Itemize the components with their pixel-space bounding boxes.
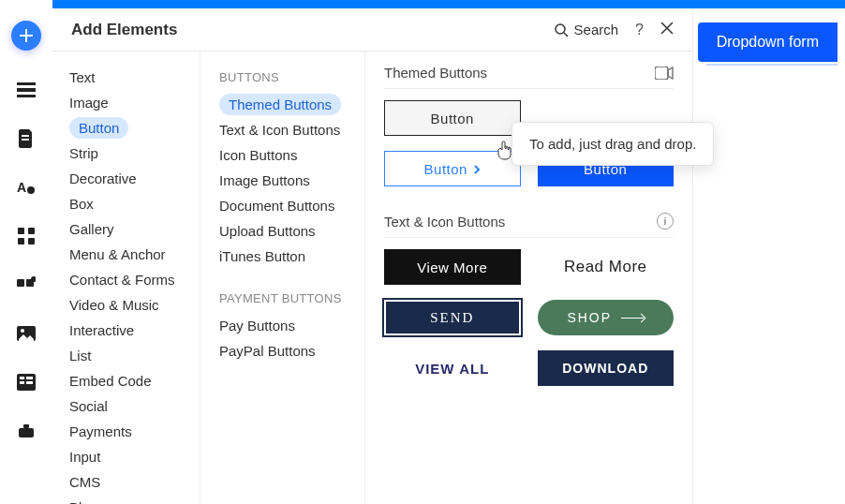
chevron-right-icon <box>473 161 481 177</box>
svg-line-24 <box>564 33 568 37</box>
svg-rect-19 <box>20 381 24 384</box>
demo-button-send[interactable]: SEND <box>384 300 521 335</box>
svg-rect-10 <box>28 238 35 245</box>
apps-icon[interactable] <box>17 227 36 245</box>
svg-rect-7 <box>18 228 24 234</box>
sub-icon-buttons[interactable]: Icon Buttons <box>219 142 364 168</box>
close-icon[interactable] <box>660 22 674 37</box>
cat-button[interactable]: Button <box>69 117 128 139</box>
svg-rect-2 <box>17 95 36 97</box>
search-label: Search <box>574 22 619 37</box>
cat-interactive[interactable]: Interactive <box>69 318 200 343</box>
demo-button-outline[interactable]: Button <box>384 100 521 136</box>
cat-contact-forms[interactable]: Contact & Forms <box>69 267 200 292</box>
svg-rect-8 <box>28 228 35 234</box>
cat-decorative[interactable]: Decorative <box>69 166 200 191</box>
right-separator <box>706 64 838 66</box>
help-icon[interactable]: ? <box>635 22 644 38</box>
svg-rect-18 <box>26 377 33 379</box>
svg-point-23 <box>556 24 565 34</box>
demo-button-shop-label: SHOP <box>567 310 612 325</box>
subhead-payment: PAYMENT BUTTONS <box>219 291 364 305</box>
cat-cms[interactable]: CMS <box>69 469 200 495</box>
arrow-right-icon <box>621 318 644 319</box>
svg-rect-25 <box>655 67 668 80</box>
cat-gallery[interactable]: Gallery <box>69 216 200 242</box>
sub-upload-buttons[interactable]: Upload Buttons <box>219 218 364 244</box>
media-icon[interactable] <box>17 324 36 343</box>
section-icon[interactable] <box>17 81 36 99</box>
video-help-icon[interactable] <box>655 67 674 80</box>
page-icon[interactable] <box>17 129 36 148</box>
sub-pay-buttons[interactable]: Pay Buttons <box>219 313 364 338</box>
subhead-buttons: BUTTONS <box>219 70 364 84</box>
demo-button-readmore[interactable]: Read More <box>538 249 675 285</box>
svg-rect-0 <box>17 82 36 85</box>
preview-pane: Themed Buttons Button Button Button Text… <box>365 52 692 504</box>
dropdown-form-chip[interactable]: Dropdown form <box>698 22 838 62</box>
cat-text[interactable]: Text <box>69 65 200 90</box>
sub-paypal-buttons[interactable]: PayPal Buttons <box>219 338 364 363</box>
demo-button-download[interactable]: DOWNLOAD <box>538 350 675 386</box>
cat-input[interactable]: Input <box>69 444 200 469</box>
demo-button-viewmore[interactable]: View More <box>384 249 521 285</box>
top-accent-bar <box>52 0 845 8</box>
demo-button-outline-blue-label: Button <box>424 161 467 177</box>
data-icon[interactable] <box>17 373 36 392</box>
sub-itunes-button[interactable]: iTunes Button <box>219 244 364 269</box>
svg-rect-20 <box>26 381 33 384</box>
svg-rect-3 <box>22 135 29 137</box>
svg-text:A: A <box>17 180 26 195</box>
svg-point-15 <box>21 329 24 333</box>
left-rail: A <box>0 0 52 504</box>
sub-document-buttons[interactable]: Document Buttons <box>219 193 364 218</box>
sub-text-icon-buttons[interactable]: Text & Icon Buttons <box>219 117 364 142</box>
panel-title: Add Elements <box>71 21 177 39</box>
section-texticon-title: Text & Icon Buttons <box>384 214 505 230</box>
cat-menu-anchor[interactable]: Menu & Anchor <box>69 242 200 267</box>
search-button[interactable]: Search <box>554 22 619 37</box>
drag-tooltip: To add, just drag and drop. <box>511 122 714 166</box>
cat-box[interactable]: Box <box>69 191 200 216</box>
info-icon[interactable]: i <box>657 213 674 230</box>
svg-rect-4 <box>22 139 29 141</box>
cat-blog[interactable]: Blog <box>69 495 200 504</box>
panel-header: Add Elements Search ? <box>52 8 692 52</box>
subcategory-list: BUTTONS Themed Buttons Text & Icon Butto… <box>200 52 365 504</box>
cat-social[interactable]: Social <box>69 393 200 419</box>
svg-rect-17 <box>20 377 24 379</box>
category-list: Text Image Button Strip Decorative Box G… <box>52 52 200 504</box>
demo-button-shop[interactable]: SHOP <box>538 300 675 335</box>
business-icon[interactable] <box>17 422 36 440</box>
cat-payments[interactable]: Payments <box>69 419 200 444</box>
sub-themed-buttons[interactable]: Themed Buttons <box>219 94 341 115</box>
cursor-icon <box>497 141 513 164</box>
cat-list[interactable]: List <box>69 343 200 368</box>
cat-strip[interactable]: Strip <box>69 141 200 166</box>
svg-rect-22 <box>23 424 29 428</box>
cat-embed-code[interactable]: Embed Code <box>69 368 200 393</box>
svg-rect-11 <box>17 279 24 287</box>
add-elements-button[interactable] <box>11 21 41 51</box>
cat-image[interactable]: Image <box>69 90 200 115</box>
sub-image-buttons[interactable]: Image Buttons <box>219 168 364 193</box>
design-icon[interactable]: A <box>17 178 36 197</box>
demo-button-viewall[interactable]: VIEW ALL <box>384 350 521 386</box>
svg-point-6 <box>27 186 35 194</box>
svg-rect-9 <box>18 238 24 245</box>
svg-rect-21 <box>19 428 34 437</box>
cat-video-music[interactable]: Video & Music <box>69 292 200 318</box>
search-icon <box>554 22 569 37</box>
addons-icon[interactable] <box>17 275 36 294</box>
add-elements-panel: Add Elements Search ? Text Image Button … <box>52 8 693 504</box>
section-themed-title: Themed Buttons <box>384 65 487 81</box>
svg-rect-1 <box>17 88 36 92</box>
